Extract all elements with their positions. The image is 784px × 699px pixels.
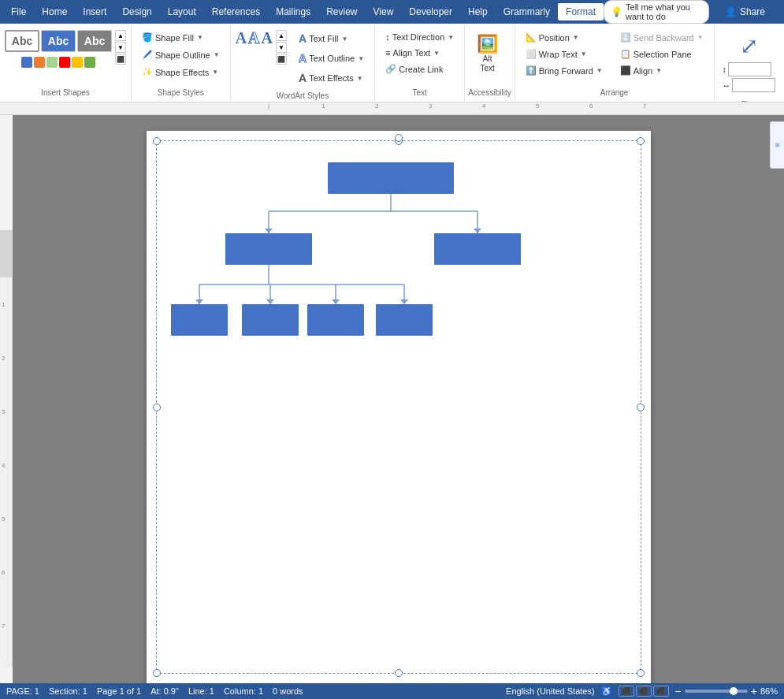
menu-insert[interactable]: Insert [75,3,114,20]
ruler-tick-6: 6 [589,102,593,110]
handle-top-right[interactable] [637,137,645,145]
shape-outline-button[interactable]: 🖊️ Shape Outline ▼ [136,47,225,62]
main-area: 1 2 3 4 5 6 7 8 [0,115,784,683]
handle-bottom-left[interactable] [153,669,161,677]
svg-rect-21 [307,304,364,336]
view-read-mode[interactable]: ⬛ [636,686,652,697]
text-outline-button[interactable]: A Text Outline ▼ [293,50,370,67]
color-swatch-green[interactable] [46,57,58,68]
zoom-level: 86% [760,686,778,696]
wordart-style-1[interactable]: A [236,30,247,65]
send-backward-button[interactable]: ⬇️ Send Backward ▼ [615,30,709,45]
ribbon-group-text: ↕️ Text Direction ▼ ≡ Align Text ▼ 🔗 Cre… [375,25,465,100]
menu-review[interactable]: Review [318,3,365,20]
send-backward-arrow: ▼ [697,34,704,41]
alt-text-button[interactable]: 🖼️ AltText [470,30,505,77]
wordart-scroll-down[interactable]: ▼ [276,42,287,53]
menu-developer[interactable]: Developer [401,3,460,20]
menu-help[interactable]: Help [460,3,496,20]
shape-row-1: Abc Abc Abc [5,30,112,52]
view-web-layout[interactable]: ⬛ [653,686,669,697]
shape-fill-button[interactable]: 🪣 Shape Fill ▼ [136,30,225,45]
menu-references[interactable]: References [204,3,268,20]
text-content: ↕️ Text Direction ▼ ≡ Align Text ▼ 🔗 Cre… [378,27,461,87]
wordart-scroll-expand[interactable]: ⬛ [276,54,287,65]
share-button[interactable]: 👤 Share [715,3,775,20]
size-icon[interactable]: ⤢ [740,33,758,59]
help-area: 💡 Tell me what you want to do 👤 Share [604,0,781,24]
color-swatch-orange[interactable] [34,57,45,68]
selection-pane-button[interactable]: 📋 Selection Pane [615,46,709,61]
view-print-layout[interactable]: ⬛ [619,686,634,697]
svg-marker-5 [474,229,481,233]
menu-grammarly[interactable]: Grammarly [496,3,558,20]
handle-top-left[interactable] [153,137,161,145]
svg-marker-13 [266,299,274,304]
shape-scroll-expand[interactable]: ⬛ [115,54,126,65]
ruler-h-inner: | 1 2 3 4 5 6 7 [134,102,784,114]
menu-mailings[interactable]: Mailings [268,3,318,20]
status-language: English (United States) [506,686,595,696]
zoom-out-button[interactable]: − [675,685,682,697]
align-text-label: Align Text [393,48,431,58]
menu-design[interactable]: Design [114,3,159,20]
status-words: 0 words [273,686,303,696]
canvas-area[interactable]: ≡ [13,115,784,683]
shape-outline-icon: 🖊️ [142,50,153,60]
handle-bottom-mid[interactable] [395,669,403,677]
bring-forward-button[interactable]: ⬆️ Bring Forward ▼ [520,63,608,78]
shape-scroll-up[interactable]: ▲ [115,30,126,41]
status-section: Section: 1 [49,686,87,696]
ruler-v-7: 7 [2,623,5,630]
wordart-scroll-up[interactable]: ▲ [276,30,287,41]
rotation-handle[interactable] [395,134,403,142]
width-input[interactable] [732,78,775,92]
menu-file[interactable]: File [3,3,34,20]
handle-left-mid[interactable] [153,403,161,411]
position-button[interactable]: 📐 Position ▼ [520,30,608,45]
ruler-tick-4: 4 [482,102,485,110]
wordart-styles-label: WordArt Styles [234,90,372,102]
shape-style-outline[interactable]: Abc [5,30,39,52]
shape-effects-arrow: ▼ [212,69,218,76]
text-direction-button[interactable]: ↕️ Text Direction ▼ [380,30,459,44]
wordart-style-3[interactable]: A [262,30,273,65]
status-line: Line: 1 [188,686,214,696]
text-fill-button[interactable]: A Text Fill ▼ [293,30,370,47]
color-swatch-blue[interactable] [21,57,32,68]
wrap-text-button[interactable]: ⬜ Wrap Text ▼ [520,46,608,61]
arrange-inner: 📐 Position ▼ ⬜ Wrap Text ▼ ⬆️ Bring Forw… [520,30,709,78]
menu-format[interactable]: Format [558,3,604,20]
text-effects-button[interactable]: A Text Effects ▼ [293,69,370,87]
handle-right-mid[interactable] [637,403,645,411]
menu-layout[interactable]: Layout [160,3,204,20]
zoom-slider[interactable] [685,690,748,693]
color-swatch-red[interactable] [59,57,70,68]
align-button[interactable]: ⬛ Align ▼ [615,63,709,78]
create-link-button[interactable]: 🔗 Create Link [380,61,459,76]
size-content: ⤢ ↕ ↔ [718,27,780,99]
alt-text-icon: 🖼️ [477,34,498,54]
shape-scroll-down[interactable]: ▼ [115,42,126,53]
height-label: ↕ [723,65,726,74]
send-backward-icon: ⬇️ [620,32,631,43]
shape-style-blue[interactable]: Abc [41,30,76,52]
height-input[interactable] [728,62,771,76]
zoom-in-button[interactable]: + [751,685,757,697]
svg-marker-14 [332,299,340,304]
handle-bottom-right[interactable] [637,669,645,677]
shape-style-gray[interactable]: Abc [77,30,112,52]
color-swatch-yellow[interactable] [72,57,83,68]
color-swatch-darkgreen[interactable] [84,57,95,68]
tell-me-box[interactable]: 💡 Tell me what you want to do [604,0,709,24]
text-buttons-col: ↕️ Text Direction ▼ ≡ Align Text ▼ 🔗 Cre… [380,30,459,76]
shape-scroll: ▲ ▼ ⬛ [115,30,126,65]
align-text-button[interactable]: ≡ Align Text ▼ [380,46,459,60]
accessibility-label: Accessibility [468,87,511,99]
bring-forward-arrow: ▼ [596,67,603,74]
menu-view[interactable]: View [366,3,402,20]
menu-home[interactable]: Home [34,3,75,20]
shape-effects-button[interactable]: ✨ Shape Effects ▼ [136,65,225,80]
selection-pane-toggle[interactable]: ≡ [770,121,784,169]
wordart-style-2[interactable]: A [248,30,259,65]
